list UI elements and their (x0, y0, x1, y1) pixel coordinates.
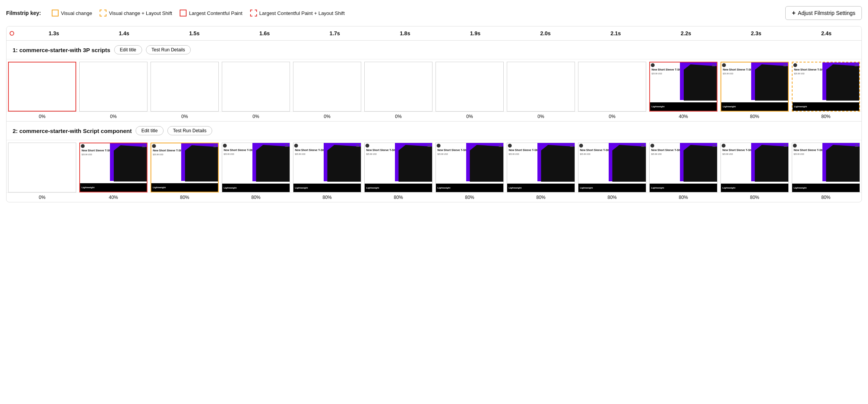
test-run-details-button-2[interactable]: Test Run Details (167, 126, 212, 135)
timeline-tick: 1.6s (229, 26, 300, 40)
timeline-tick: 2.2s (651, 26, 721, 40)
frame-thumb[interactable]: New Short Sleeve T-Shirt $25.99 USD Ligh… (649, 62, 717, 112)
frame-thumb[interactable] (222, 62, 290, 112)
frame-cell: New Short Sleeve T-Shirt $25.99 USD Ligh… (292, 140, 363, 192)
frame-cell: New Short Sleeve T-Shirt $25.99 USD Ligh… (363, 140, 434, 192)
svg-point-11 (652, 145, 653, 147)
thumb-icon-menu (213, 144, 217, 148)
thumb-icon-menu (640, 144, 645, 148)
frame-cell (149, 59, 220, 112)
frame-thumb[interactable] (293, 62, 361, 112)
thumb-icon-circle (223, 144, 227, 148)
thumb-icon-menu (141, 144, 146, 148)
test-run-details-button-1[interactable]: Test Run Details (146, 45, 191, 54)
frame-thumb[interactable]: New Short Sleeve T-Shirt $25.99 USD Ligh… (364, 143, 432, 192)
pct-cell: 0% (505, 112, 576, 121)
pct-row-1: 0%0%0%0%0%0%0%0%0%40%80%80% (7, 112, 861, 121)
pct-cell: 0% (78, 112, 149, 121)
frame-cell (434, 59, 505, 112)
frame-cell (7, 59, 78, 112)
thumb-icon-menu (355, 144, 360, 148)
timeline-ticks: 1.3s1.4s1.5s1.6s1.7s1.8s1.9s2.0s2.1s2.2s… (19, 26, 861, 40)
pct-cell: 0% (434, 112, 505, 121)
pct-cell: 40% (648, 112, 719, 121)
visual-change-layout-swatch (100, 10, 106, 16)
frame-cell: New Short Sleeve T-Shirt $25.99 USD Ligh… (719, 59, 790, 112)
frame-thumb[interactable]: New Short Sleeve T-Shirt $25.99 USD Ligh… (293, 143, 361, 192)
pct-cell: 80% (434, 193, 505, 202)
pct-cell: 0% (363, 112, 434, 121)
frame-thumb[interactable]: New Short Sleeve T-Shirt $25.99 USD Ligh… (721, 62, 789, 112)
thumb-icon-menu (427, 144, 431, 148)
frame-cell (220, 59, 292, 112)
frame-thumb[interactable]: New Short Sleeve T-Shirt $25.99 USD Ligh… (792, 62, 860, 112)
thumb-icon-circle (722, 63, 726, 67)
frame-thumb[interactable]: New Short Sleeve T-Shirt $25.99 USD Ligh… (151, 143, 219, 192)
svg-point-6 (295, 145, 297, 147)
pct-cell: 80% (220, 193, 292, 202)
legend-item-visual-change: Visual change (52, 10, 92, 16)
pct-row-2: 0%40%80%80%80%80%80%80%80%80%80%80% (7, 192, 861, 202)
timeline-tick: 2.4s (791, 26, 861, 40)
thumb-icon-menu (284, 144, 289, 148)
frame-thumb[interactable] (79, 62, 147, 112)
frame-thumb[interactable]: New Short Sleeve T-Shirt $25.99 USD Ligh… (436, 143, 504, 192)
svg-point-12 (723, 145, 725, 147)
frame-cell: New Short Sleeve T-Shirt $25.99 USD Ligh… (505, 140, 576, 192)
frames-row-1: New Short Sleeve T-Shirt $25.99 USD Ligh… (7, 59, 861, 112)
section-header-2: 2: commerce-starter-with Script componen… (7, 122, 861, 140)
frame-cell (576, 59, 648, 112)
thumb-icon-menu (498, 144, 503, 148)
pct-cell: 80% (790, 112, 861, 121)
timeline-start-dot (10, 31, 14, 36)
lcp-label: Largest Contentful Paint (189, 10, 242, 16)
frame-thumb[interactable]: New Short Sleeve T-Shirt $25.99 USD Ligh… (222, 143, 290, 192)
pct-cell: 0% (7, 112, 78, 121)
frame-cell (7, 140, 78, 192)
edit-title-button-2[interactable]: Edit title (136, 126, 164, 135)
svg-point-0 (652, 64, 654, 66)
frame-thumb[interactable] (364, 62, 432, 112)
frame-thumb[interactable]: New Short Sleeve T-Shirt $25.99 USD Ligh… (721, 143, 789, 192)
frame-thumb[interactable]: New Short Sleeve T-Shirt $25.99 USD Ligh… (649, 143, 717, 192)
timeline-tick: 2.0s (510, 26, 580, 40)
pct-cell: 80% (505, 193, 576, 202)
frame-thumb[interactable] (578, 62, 646, 112)
frames-row-2: New Short Sleeve T-Shirt $25.99 USD Ligh… (7, 140, 861, 192)
pct-cell: 0% (220, 112, 292, 121)
svg-point-10 (580, 145, 582, 147)
timeline-tick: 1.5s (159, 26, 229, 40)
timeline-tick: 1.4s (89, 26, 159, 40)
frame-cell (78, 59, 149, 112)
frame-thumb[interactable]: New Short Sleeve T-Shirt $25.99 USD Ligh… (79, 143, 147, 192)
pct-cell: 80% (292, 193, 363, 202)
frame-cell: New Short Sleeve T-Shirt $25.99 USD Ligh… (648, 140, 719, 192)
frame-thumb[interactable]: New Short Sleeve T-Shirt $25.99 USD Ligh… (578, 143, 646, 192)
pct-cell: 80% (648, 193, 719, 202)
frame-thumb[interactable] (151, 62, 219, 112)
frame-thumb[interactable] (507, 62, 575, 112)
pct-cell: 0% (7, 193, 78, 202)
frame-cell: New Short Sleeve T-Shirt $25.99 USD Ligh… (790, 140, 861, 192)
frame-cell: New Short Sleeve T-Shirt $25.99 USD Ligh… (220, 140, 292, 192)
pct-cell: 80% (719, 112, 790, 121)
frame-thumb[interactable] (8, 143, 76, 192)
svg-point-4 (153, 145, 155, 147)
pct-cell: 0% (149, 112, 220, 121)
pct-cell: 40% (78, 193, 149, 202)
lcp-layout-label: Largest Contentful Paint + Layout Shift (259, 10, 345, 16)
thumb-icon-circle (152, 144, 156, 148)
thumb-icon-circle (579, 144, 583, 148)
frame-thumb[interactable] (436, 62, 504, 112)
frame-thumb[interactable] (8, 62, 76, 112)
frame-thumb[interactable]: New Short Sleeve T-Shirt $25.99 USD Ligh… (792, 143, 860, 192)
thumb-icon-menu (783, 63, 787, 67)
adjust-filmstrip-button[interactable]: + Adjust Filmstrip Settings (785, 6, 862, 20)
pct-cell: 80% (576, 193, 648, 202)
legend-label: Filmstrip key: (6, 10, 41, 16)
thumb-icon-menu (712, 144, 716, 148)
frame-thumb[interactable]: New Short Sleeve T-Shirt $25.99 USD Ligh… (507, 143, 575, 192)
edit-title-button-1[interactable]: Edit title (114, 45, 142, 54)
timeline-tick: 2.3s (721, 26, 791, 40)
thumb-icon-circle (722, 144, 726, 148)
